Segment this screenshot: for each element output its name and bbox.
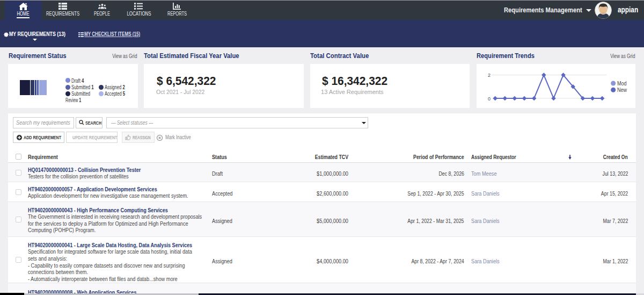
svg-text:2: 2 <box>488 73 491 78</box>
svg-text:0: 0 <box>488 96 491 102</box>
